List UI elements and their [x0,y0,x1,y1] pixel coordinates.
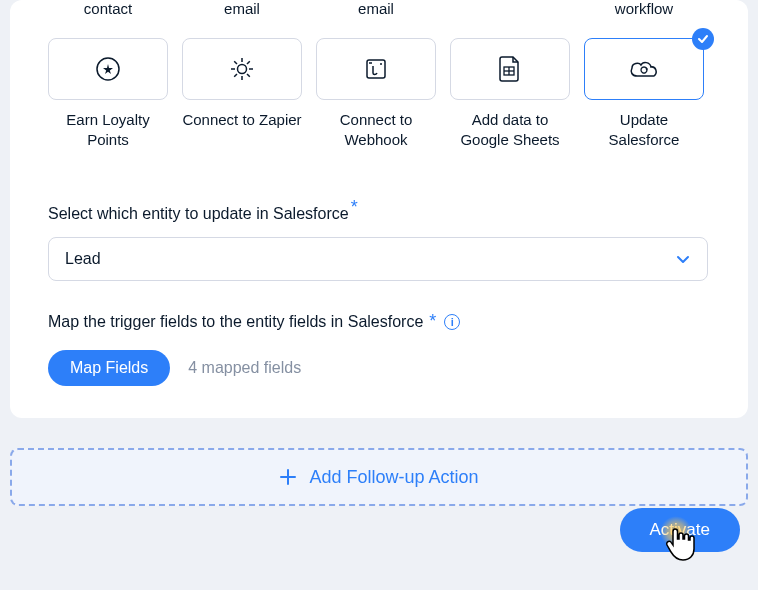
mapping-group: Map the trigger fields to the entity fie… [48,311,710,386]
option-box [48,38,168,100]
activate-button[interactable]: Activate [620,508,740,552]
prev-label [450,0,570,18]
option-box [584,38,704,100]
entity-select-value: Lead [65,250,101,268]
option-box [450,38,570,100]
svg-point-1 [238,65,247,74]
prev-label: contact [48,0,168,18]
option-label: Update Salesforce [584,110,704,149]
option-label: Earn Loyalty Points [48,110,168,149]
svg-line-8 [234,74,237,77]
prev-row-labels: contact email email workflow [48,0,710,18]
mapping-label: Map the trigger fields to the entity fie… [48,313,423,331]
option-zapier[interactable]: Connect to Zapier [182,38,302,149]
activate-wrap: Activate [620,508,740,552]
svg-line-9 [247,61,250,64]
option-label: Connect to Zapier [182,110,302,130]
option-google-sheets[interactable]: Add data to Google Sheets [450,38,570,149]
svg-line-7 [247,74,250,77]
entity-select[interactable]: Lead [48,237,708,281]
svg-line-6 [234,61,237,64]
entity-label-row: Select which entity to update in Salesfo… [48,197,710,223]
entity-group: Select which entity to update in Salesfo… [48,197,710,281]
entity-label: Select which entity to update in Salesfo… [48,205,349,222]
mapping-label-row: Map the trigger fields to the entity fie… [48,311,710,332]
followup-label: Add Follow-up Action [309,467,478,488]
option-salesforce[interactable]: Update Salesforce [584,38,704,149]
option-box [182,38,302,100]
star-circle-icon [94,55,122,83]
sheet-icon [497,54,523,84]
prev-label: email [316,0,436,18]
webhook-icon [362,55,390,83]
action-options-row: Earn Loyalty Points [48,38,710,149]
svg-point-11 [380,63,382,65]
add-followup-action[interactable]: Add Follow-up Action [10,448,748,506]
option-webhook[interactable]: Connect to Webhook [316,38,436,149]
option-box [316,38,436,100]
required-star-icon: * [429,311,436,332]
chevron-down-icon [675,251,691,267]
mapping-controls: Map Fields 4 mapped fields [48,350,710,386]
action-config-card: contact email email workflow Earn Loyalt… [10,0,748,418]
option-earn-loyalty[interactable]: Earn Loyalty Points [48,38,168,149]
prev-label: workflow [584,0,704,18]
plus-icon [279,468,297,486]
cloud-refresh-icon [627,56,661,82]
selected-check-icon [692,28,714,50]
prev-label: email [182,0,302,18]
option-label: Connect to Webhook [316,110,436,149]
mapped-count-text: 4 mapped fields [188,359,301,377]
map-fields-button[interactable]: Map Fields [48,350,170,386]
gear-icon [228,55,256,83]
info-icon[interactable]: i [444,314,460,330]
required-star-icon: * [351,197,358,217]
option-label: Add data to Google Sheets [450,110,570,149]
